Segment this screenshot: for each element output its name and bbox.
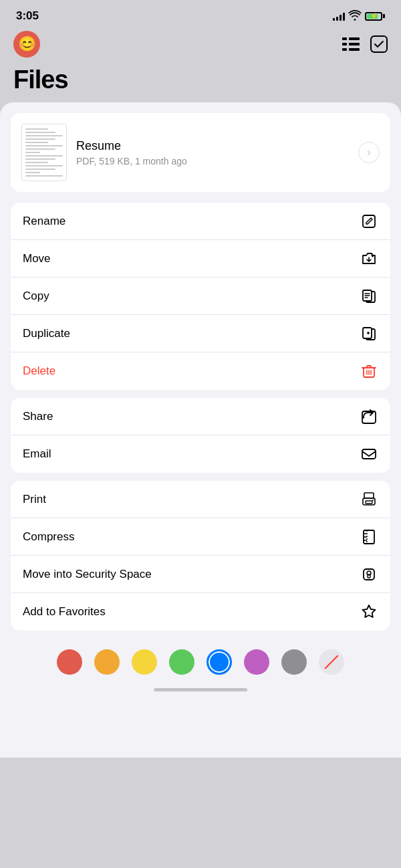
status-bar: 3:05 ⚡	[0, 0, 401, 28]
svg-rect-23	[362, 449, 376, 459]
svg-rect-2	[349, 48, 360, 51]
color-gray[interactable]	[281, 649, 307, 675]
color-purple[interactable]	[244, 649, 269, 675]
color-green[interactable]	[169, 649, 194, 675]
move-icon	[360, 249, 378, 268]
delete-icon	[360, 362, 378, 381]
home-indicator-area	[0, 683, 401, 702]
svg-rect-3	[342, 37, 347, 40]
svg-rect-6	[371, 36, 387, 52]
wifi-icon	[349, 11, 361, 21]
copy-icon	[360, 287, 378, 306]
rename-button[interactable]: Rename	[11, 203, 390, 240]
bottom-sheet: Resume PDF, 519 KB, 1 month ago › Rename…	[0, 102, 401, 758]
security-space-label: Move into Security Space	[23, 568, 152, 581]
file-preview-card[interactable]: Resume PDF, 519 KB, 1 month ago ›	[11, 113, 390, 192]
signal-icon	[333, 11, 345, 21]
svg-rect-5	[342, 48, 347, 51]
duplicate-button[interactable]: Duplicate	[11, 315, 390, 352]
color-yellow[interactable]	[132, 649, 157, 675]
compress-label: Compress	[23, 530, 74, 544]
print-label: Print	[23, 493, 46, 506]
checkbox-button[interactable]	[370, 35, 388, 53]
share-button[interactable]: Share	[11, 398, 390, 435]
color-orange[interactable]	[94, 649, 120, 675]
duplicate-label: Duplicate	[23, 327, 70, 340]
menu-group-1: Rename Move Copy	[11, 203, 390, 390]
move-label: Move	[23, 252, 51, 265]
color-none[interactable]	[319, 649, 344, 675]
svg-rect-7	[363, 215, 375, 227]
email-icon	[360, 445, 378, 463]
email-button[interactable]: Email	[11, 435, 390, 473]
rename-label: Rename	[23, 215, 65, 228]
copy-button[interactable]: Copy	[11, 278, 390, 315]
file-info: Resume PDF, 519 KB, 1 month ago	[76, 139, 349, 167]
favorites-button[interactable]: Add to Favorites	[11, 593, 390, 631]
compress-icon	[360, 528, 378, 546]
header-actions	[342, 35, 388, 53]
list-view-button[interactable]	[342, 35, 360, 53]
file-name: Resume	[76, 139, 349, 153]
print-button[interactable]: Print	[11, 481, 390, 518]
page-title-section: Files	[0, 63, 401, 102]
app-logo[interactable]: 😊	[13, 31, 40, 58]
file-arrow[interactable]: ›	[358, 142, 380, 163]
color-palette	[0, 639, 401, 683]
svg-rect-1	[349, 43, 360, 45]
svg-rect-24	[364, 493, 374, 498]
favorites-label: Add to Favorites	[23, 605, 106, 619]
header: 😊	[0, 28, 401, 63]
page-title: Files	[13, 66, 388, 94]
menu-group-2: Share Email	[11, 398, 390, 473]
star-icon	[360, 603, 378, 621]
delete-label: Delete	[23, 364, 55, 378]
share-icon	[360, 407, 378, 426]
security-space-button[interactable]: Move into Security Space	[11, 556, 390, 593]
email-label: Email	[23, 447, 51, 461]
print-icon	[360, 490, 378, 509]
delete-button[interactable]: Delete	[11, 352, 390, 390]
color-blue[interactable]	[207, 649, 232, 675]
duplicate-icon	[360, 324, 378, 343]
security-icon	[360, 565, 378, 584]
rename-icon	[360, 212, 378, 231]
svg-rect-4	[342, 43, 347, 45]
svg-rect-26	[366, 501, 372, 504]
share-label: Share	[23, 410, 53, 423]
home-bar	[154, 688, 247, 691]
status-time: 3:05	[16, 9, 39, 23]
move-button[interactable]: Move	[11, 240, 390, 278]
svg-point-27	[372, 500, 374, 501]
menu-group-3: Print Compress	[11, 481, 390, 631]
file-thumbnail	[21, 124, 67, 181]
file-meta: PDF, 519 KB, 1 month ago	[76, 156, 349, 167]
app-logo-face: 😊	[18, 35, 36, 53]
color-red[interactable]	[57, 649, 82, 675]
compress-button[interactable]: Compress	[11, 518, 390, 556]
copy-label: Copy	[23, 290, 49, 303]
status-icons: ⚡	[333, 11, 385, 21]
battery-icon: ⚡	[365, 12, 385, 21]
svg-rect-0	[349, 37, 360, 40]
